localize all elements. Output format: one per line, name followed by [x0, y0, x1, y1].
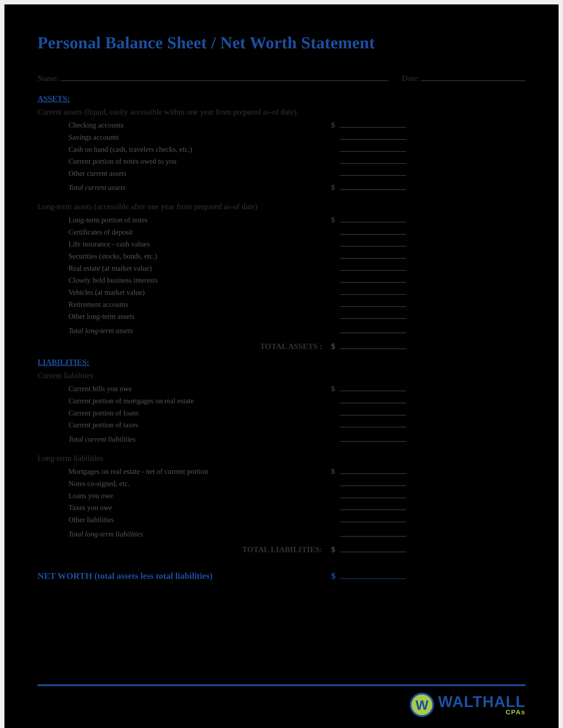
line-item: Current portion of loans — [38, 406, 525, 418]
amount-input[interactable] — [340, 215, 406, 222]
line-item: Cash on hand (cash, travelers checks, et… — [38, 143, 525, 155]
item-label: Certificates of deposit — [38, 228, 331, 236]
amount-input[interactable] — [340, 144, 406, 152]
assets-heading: ASSETS: — [38, 94, 525, 103]
item-label: Vehicles (at market value) — [38, 288, 331, 296]
line-item: Taxes you owe — [38, 501, 525, 513]
line-item: Current portion of taxes — [38, 418, 525, 431]
longterm-liabilities-sub: Long-term liabilities — [38, 454, 525, 463]
page-title: Personal Balance Sheet / Net Worth State… — [38, 33, 525, 52]
item-label: Closely held business interests — [38, 276, 331, 284]
item-label: Mortgages on real estate - net of curren… — [38, 467, 331, 476]
line-item: Securities (stocks, bonds, etc.) — [38, 250, 525, 262]
subtotal-line: Total long-term liabilities — [38, 527, 525, 540]
item-label: Loans you owe — [38, 492, 331, 500]
amount-input[interactable] — [340, 384, 406, 391]
line-item: Long-term portion of notes$ — [38, 213, 525, 225]
line-item: Real estate (at market value) — [38, 262, 525, 274]
net-worth-row: NET WORTH (total assets less total liabi… — [38, 570, 525, 581]
subtotal-label: Total current assets — [38, 184, 331, 192]
logo-mark-icon: W — [410, 693, 434, 717]
amount-input[interactable] — [340, 434, 406, 442]
amount-input[interactable] — [340, 168, 406, 176]
amount-input[interactable] — [340, 408, 406, 415]
amount-input[interactable] — [340, 251, 406, 259]
amount-input[interactable] — [340, 182, 406, 190]
item-label: Savings accounts — [38, 133, 331, 141]
amount-input[interactable] — [340, 466, 406, 474]
dollar-sign: $ — [331, 385, 340, 393]
dollar-sign: $ — [331, 342, 340, 351]
line-item: Certificates of deposit — [38, 225, 525, 238]
item-label: Current portion of notes owed to you — [38, 157, 331, 165]
amount-input[interactable] — [340, 325, 406, 333]
subtotal-label: Total current liabilities — [38, 435, 331, 443]
amount-input[interactable] — [340, 503, 406, 510]
date-label: Date: — [402, 74, 419, 83]
logo-text: WALTHALL CPAs — [438, 694, 525, 715]
item-label: Retirement accounts — [38, 300, 331, 309]
line-item: Life insurance - cash values — [38, 238, 525, 250]
amount-input[interactable] — [340, 156, 406, 164]
name-input-line[interactable] — [60, 72, 389, 81]
footer-rule — [38, 684, 525, 686]
item-label: Current bills you owe — [38, 385, 331, 393]
date-input-line[interactable] — [421, 72, 525, 81]
current-assets-sub: Current assets (liquid, easily accessibl… — [38, 107, 525, 116]
current-liabilities-sub: Current liabilities — [38, 371, 525, 380]
line-item: Checking accounts$ — [38, 119, 525, 131]
walthall-logo: W WALTHALL CPAs — [410, 693, 525, 717]
subtotal-label: Total long-term liabilities — [38, 530, 331, 538]
amount-input[interactable] — [340, 490, 406, 498]
name-label: Name: — [38, 74, 59, 83]
item-label: Cash on hand (cash, travelers checks, et… — [38, 145, 331, 154]
line-item: Savings accounts — [38, 131, 525, 143]
total-liabilities-row: TOTAL LIABILITIES:$ — [38, 544, 525, 554]
line-item: Retirement accounts — [38, 298, 525, 310]
amount-input[interactable] — [340, 420, 406, 428]
line-item: Current portion of mortgages on real est… — [38, 394, 525, 406]
item-label: Other liabilities — [38, 516, 331, 524]
subtotal-label: Total long-term assets — [38, 327, 331, 335]
line-item: Mortgages on real estate - net of curren… — [38, 465, 525, 477]
total-assets-label: TOTAL ASSETS : — [38, 342, 331, 351]
item-label: Current portion of taxes — [38, 421, 331, 429]
amount-input[interactable] — [340, 529, 406, 537]
item-label: Life insurance - cash values — [38, 240, 331, 248]
amount-input[interactable] — [340, 287, 406, 295]
amount-input[interactable] — [340, 544, 406, 552]
line-item: Current bills you owe$ — [38, 382, 525, 394]
amount-input[interactable] — [340, 132, 406, 140]
amount-input[interactable] — [340, 341, 406, 349]
line-item: Loans you owe — [38, 489, 525, 501]
amount-input[interactable] — [340, 478, 406, 486]
amount-input[interactable] — [340, 396, 406, 403]
amount-input[interactable] — [340, 570, 406, 579]
item-label: Current portion of loans — [38, 409, 331, 417]
item-label: Securities (stocks, bonds, etc.) — [38, 252, 331, 260]
name-field-group: Name: — [38, 72, 389, 83]
total-assets-row: TOTAL ASSETS :$ — [38, 341, 525, 351]
amount-input[interactable] — [340, 311, 406, 319]
item-label: Checking accounts — [38, 121, 331, 129]
item-label: Notes co-signed, etc. — [38, 480, 331, 488]
net-worth-label: NET WORTH (total assets less total liabi… — [38, 571, 331, 581]
amount-input[interactable] — [340, 263, 406, 271]
page: Personal Balance Sheet / Net Worth State… — [4, 4, 559, 728]
liabilities-heading: LIABILITIES: — [38, 358, 525, 367]
amount-input[interactable] — [340, 227, 406, 235]
logo-name: WALTHALL — [438, 694, 525, 709]
amount-input[interactable] — [340, 239, 406, 247]
item-label: Other current assets — [38, 169, 331, 178]
line-item: Vehicles (at market value) — [38, 286, 525, 298]
amount-input[interactable] — [340, 120, 406, 128]
dollar-sign: $ — [331, 571, 340, 581]
item-label: Taxes you owe — [38, 504, 331, 512]
line-item: Other current assets — [38, 167, 525, 179]
amount-input[interactable] — [340, 275, 406, 283]
amount-input[interactable] — [340, 514, 406, 522]
longterm-assets-sub: Long-term assets (accessible after one y… — [38, 202, 525, 211]
amount-input[interactable] — [340, 299, 406, 307]
dollar-sign: $ — [331, 467, 340, 476]
item-label: Real estate (at market value) — [38, 264, 331, 272]
